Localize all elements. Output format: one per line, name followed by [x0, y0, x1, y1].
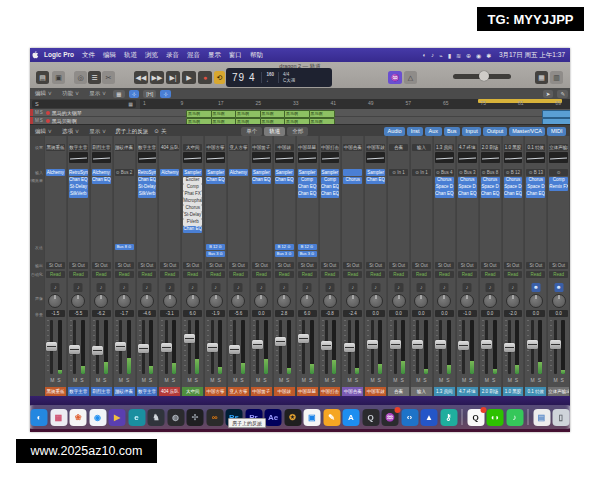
- pan-knob[interactable]: [163, 294, 177, 308]
- fx-slot[interactable]: Chan EQ: [183, 226, 202, 233]
- channel-strip[interactable]: 大空间 Sampler ExciterCompPhat FXMicrophase…: [181, 136, 203, 396]
- solo-button[interactable]: S: [149, 377, 152, 383]
- channel-setting-button[interactable]: 0.1 特效: [526, 144, 545, 151]
- automation-mode-button[interactable]: Read: [138, 271, 157, 278]
- dock-blender[interactable]: ∞: [206, 409, 223, 426]
- instrument-slot[interactable]: ⊙ In 1: [412, 169, 431, 176]
- automation-mode-button[interactable]: Read: [321, 271, 340, 278]
- midi-region[interactable]: 黑马啊: [211, 110, 237, 118]
- automation-mode-button[interactable]: Read: [504, 271, 523, 278]
- channel-name-label[interactable]: 亚人古筝: [228, 387, 249, 396]
- channel-setting-button[interactable]: 中国笛子: [252, 144, 271, 151]
- channel-name-label[interactable]: 黑骑重低: [45, 387, 66, 396]
- fx-slot[interactable]: Microphaser: [183, 198, 202, 205]
- display-icon[interactable]: ◐: [420, 52, 429, 59]
- channel-setting-button[interactable]: 合奏: [389, 144, 408, 151]
- channel-strip[interactable]: 中国鼓 Sampler Chan EQ B 12 ⊙Bus 3 ⊙ St Out…: [273, 136, 295, 396]
- automation-mode-button[interactable]: Read: [275, 271, 294, 278]
- fader-cap[interactable]: [184, 334, 195, 343]
- mute-button[interactable]: M: [73, 377, 77, 383]
- channel-setting-button[interactable]: 1.0 黑胶: [504, 144, 523, 151]
- output-slot[interactable]: St Out: [115, 262, 134, 269]
- rewind-button[interactable]: ◀◀: [134, 71, 148, 84]
- midi-region[interactable]: 黑马啊: [309, 110, 335, 118]
- fx-slot[interactable]: Chan EQ: [252, 177, 271, 184]
- fx-slot[interactable]: St-Delay: [69, 184, 88, 191]
- dock-wechat[interactable]: ◖◗: [487, 409, 504, 426]
- mixer-view-单个[interactable]: 单个: [241, 127, 262, 136]
- filter-aux[interactable]: Aux: [425, 127, 441, 136]
- fx-slot[interactable]: Space D: [481, 184, 500, 191]
- fader-cap[interactable]: [229, 345, 240, 354]
- metronome-button[interactable]: △: [404, 71, 417, 84]
- automation-mode-button[interactable]: Read: [343, 271, 362, 278]
- mute-button[interactable]: M: [439, 377, 443, 383]
- fx-slot[interactable]: Chorus: [526, 177, 545, 184]
- pan-knob[interactable]: [506, 294, 520, 308]
- dock-vscode[interactable]: ‹›: [401, 409, 418, 426]
- fx-slot[interactable]: Chorus: [504, 177, 523, 184]
- solo-button[interactable]: S: [126, 377, 129, 383]
- channel-strip[interactable]: 中国古筝 Sampler Chan EQ B 12 ⊙Bus 3 ⊙ St Ou…: [204, 136, 226, 396]
- fx-slot[interactable]: Chan EQ: [206, 177, 225, 184]
- fader-cap[interactable]: [138, 344, 149, 353]
- fx-slot[interactable]: Chorus: [343, 177, 362, 184]
- solo-button[interactable]: S: [286, 377, 289, 383]
- mixer-toggle-button[interactable]: ☰: [88, 71, 101, 84]
- channel-name-label[interactable]: 中国合奏: [342, 387, 363, 396]
- pan-knob[interactable]: [369, 294, 383, 308]
- record-button[interactable]: ●: [198, 71, 212, 84]
- channel-name-label[interactable]: 中国琵琶: [297, 387, 318, 396]
- channel-name-label[interactable]: 4.7 环境: [457, 387, 478, 396]
- send-slot[interactable]: Bus 8 ⊙: [115, 244, 134, 250]
- send-slot[interactable]: Bus 3 ⊙: [206, 251, 225, 257]
- eq-thumbnail[interactable]: [481, 152, 500, 163]
- channel-name-label[interactable]: 0.1 特效: [525, 387, 546, 396]
- dock-final-cut-pro[interactable]: ▶: [109, 409, 126, 426]
- instrument-slot[interactable]: Alchemy: [46, 169, 65, 176]
- fader-cap[interactable]: [435, 340, 446, 349]
- filter-output[interactable]: Output: [483, 127, 507, 136]
- instrument-slot[interactable]: [343, 169, 362, 176]
- volume-value[interactable]: 2.8: [275, 310, 294, 317]
- mute-button[interactable]: M: [96, 377, 100, 383]
- volume-value[interactable]: 0.0: [435, 310, 454, 317]
- volume-value[interactable]: -2.0: [504, 310, 523, 317]
- solo-button[interactable]: S: [80, 377, 83, 383]
- mute-button[interactable]: M: [50, 377, 54, 383]
- channel-name-label[interactable]: 合奏: [388, 387, 409, 396]
- dock-edge[interactable]: e: [128, 409, 145, 426]
- dock-pencil-app[interactable]: ✎: [323, 409, 340, 426]
- eq-thumbnail[interactable]: [138, 152, 157, 163]
- tracks-menu-0[interactable]: 编辑 ∨: [30, 90, 57, 97]
- mixer-menu-0[interactable]: 编辑 ∨: [30, 128, 57, 135]
- menu-item-8[interactable]: 窗口: [225, 51, 246, 60]
- channel-name-label[interactable]: 中国古筝: [205, 387, 226, 396]
- channel-setting-button[interactable]: 立体声输出: [549, 144, 568, 151]
- volume-value[interactable]: 0.0: [481, 310, 500, 317]
- fader-cap[interactable]: [46, 342, 57, 351]
- midi-region[interactable]: 黑马啊: [284, 110, 310, 118]
- output-slot[interactable]: St Out: [435, 262, 454, 269]
- channel-name-label[interactable]: 中国军鼓: [365, 387, 386, 396]
- menu-item-9[interactable]: 帮助: [246, 51, 267, 60]
- midi-region[interactable]: 黑马啊: [260, 110, 286, 118]
- fx-slot[interactable]: Comp: [183, 184, 202, 191]
- menu-item-4[interactable]: 浏览: [141, 51, 162, 60]
- fx-slot[interactable]: Space D: [435, 184, 454, 191]
- send-slot[interactable]: Bus 3 ⊙: [298, 251, 317, 257]
- instrument-slot[interactable]: Sampler: [366, 169, 385, 176]
- volume-value[interactable]: -6.2: [92, 310, 111, 317]
- solo-button[interactable]: S: [217, 377, 220, 383]
- automation-mode-button[interactable]: Read: [298, 271, 317, 278]
- dock-quicktime[interactable]: Q: [362, 409, 379, 426]
- solo-button[interactable]: S: [263, 377, 266, 383]
- fx-slot[interactable]: Phat FX: [183, 191, 202, 198]
- output-slot[interactable]: St Out: [343, 262, 362, 269]
- instrument-slot[interactable]: Sampler: [275, 169, 294, 176]
- mute-button[interactable]: M: [279, 377, 283, 383]
- menu-item-5[interactable]: 录音: [162, 51, 183, 60]
- automation-mode-button[interactable]: Read: [252, 271, 271, 278]
- dock-photos[interactable]: ❀: [70, 409, 87, 426]
- channel-setting-button[interactable]: 中国古筝: [206, 144, 225, 151]
